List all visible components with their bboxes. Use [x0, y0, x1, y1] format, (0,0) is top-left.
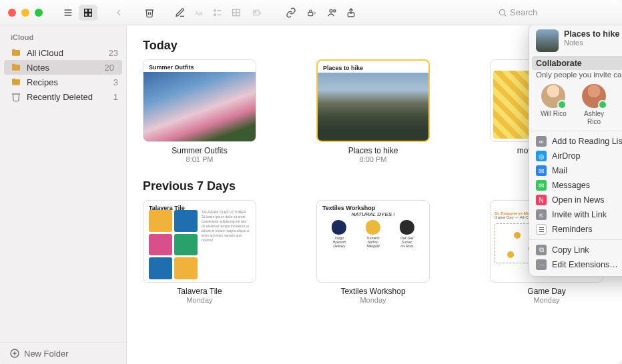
zoom-button[interactable] — [35, 9, 43, 17]
table-button[interactable] — [227, 5, 246, 21]
svg-line-22 — [505, 14, 507, 16]
airdrop-icon: ◎ — [536, 151, 547, 161]
close-button[interactable] — [8, 9, 16, 17]
sidebar-item-all-icloud[interactable]: All iCloud 23 — [0, 45, 126, 60]
plus-circle-icon — [9, 348, 20, 359]
svg-point-10 — [214, 14, 216, 16]
share-permission-row[interactable]: Only people you invite can edit › — [529, 70, 622, 83]
share-action-mail[interactable]: ✉Mail — [529, 163, 622, 178]
new-folder-label: New Folder — [24, 349, 68, 359]
search-placeholder: Search — [510, 7, 537, 17]
share-action-invite-link[interactable]: ⎋Invite with Link — [529, 207, 622, 222]
minimize-button[interactable] — [21, 9, 29, 17]
sidebar-item-count: 3 — [113, 77, 118, 87]
back-button[interactable] — [109, 5, 128, 21]
note-time: 8:01 PM — [186, 155, 214, 163]
sidebar-item-label: Notes — [27, 63, 49, 73]
share-subtitle: Notes — [564, 39, 619, 47]
share-person[interactable]: AshleyRico — [575, 84, 613, 125]
note-card[interactable]: Talavera Tile TALAVERA TILES OCTOBER 21 … — [143, 200, 256, 304]
notes-grid: Today Summer Outfits Summer Outfits 8:01… — [127, 25, 622, 364]
note-title: Summer Outfits — [172, 146, 227, 155]
svg-point-8 — [214, 9, 216, 11]
svg-rect-17 — [308, 12, 313, 15]
note-time: Monday — [360, 296, 386, 304]
note-card[interactable]: Summer Outfits Summer Outfits 8:01 PM — [143, 59, 256, 163]
list-view-button[interactable] — [59, 5, 77, 21]
sidebar-item-count: 20 — [105, 63, 114, 73]
extensions-icon: ⋯ — [536, 259, 547, 270]
share-thumbnail — [536, 29, 559, 52]
svg-point-16 — [255, 11, 256, 13]
media-button[interactable] — [246, 5, 270, 21]
format-button[interactable]: Aa — [190, 5, 208, 21]
share-person[interactable]: Will Rico — [535, 84, 572, 125]
link-button[interactable] — [282, 5, 300, 21]
sidebar-item-label: Recently Deleted — [27, 92, 93, 102]
reading-list-icon: ∞ — [536, 136, 547, 147]
note-thumbnail: Textiles Workshop NATURAL DYES ! IndigoH… — [316, 200, 430, 283]
link-icon: ⎋ — [536, 209, 547, 220]
sidebar-item-recipes[interactable]: Recipes 3 — [0, 75, 126, 89]
note-card[interactable]: Places to hike Places to hike 8:00 PM — [316, 59, 430, 163]
folder-icon — [11, 77, 21, 87]
view-mode-group — [59, 5, 97, 21]
note-thumb-title: Textiles Workshop — [317, 201, 380, 213]
app-window: Aa Search iCloud All iCloud 23 Notes 20 — [0, 0, 622, 364]
sidebar-account-header: iCloud — [0, 32, 126, 45]
gallery-view-button[interactable] — [79, 5, 97, 21]
share-permission-label: Only people you invite can edit — [536, 71, 622, 79]
share-action-reminders[interactable]: ☰Reminders — [529, 222, 622, 237]
note-thumb-title: Summer Outfits — [143, 60, 256, 72]
news-icon: N — [536, 195, 547, 205]
new-folder-button[interactable]: New Folder — [0, 342, 126, 364]
share-button[interactable] — [342, 5, 360, 21]
copy-link-icon: ⧉ — [536, 245, 547, 255]
avatar — [582, 84, 606, 108]
note-title: Textiles Workshop — [340, 287, 405, 296]
share-actions: ∞Add to Reading List ◎AirDrop ✉Mail ✉Mes… — [529, 131, 622, 240]
note-thumbnail: Talavera Tile TALAVERA TILES OCTOBER 21 … — [143, 200, 256, 283]
share-people: Will Rico AshleyRico RicoFamily — [529, 83, 622, 131]
svg-point-21 — [499, 9, 505, 15]
note-title: Talavera Tile — [177, 287, 222, 296]
thumb-text: TALAVERA TILES OCTOBER 21 lorem ipsum do… — [202, 210, 250, 279]
search-icon — [498, 8, 507, 17]
sidebar-item-count: 1 — [113, 92, 118, 102]
note-thumb-title: Talavera Tile — [143, 201, 190, 213]
note-title: Places to hike — [348, 146, 398, 155]
svg-rect-3 — [85, 9, 88, 12]
share-action-airdrop[interactable]: ◎AirDrop — [529, 149, 622, 163]
checklist-button[interactable] — [208, 5, 227, 21]
note-card[interactable]: Textiles Workshop NATURAL DYES ! IndigoH… — [316, 200, 430, 304]
sidebar-item-count: 23 — [109, 48, 118, 58]
share-action-messages[interactable]: ✉Messages — [529, 178, 622, 193]
sidebar-item-recently-deleted[interactable]: Recently Deleted 1 — [0, 89, 126, 104]
compose-button[interactable] — [171, 5, 190, 21]
messages-badge-icon — [557, 100, 567, 109]
share-action-news[interactable]: NOpen in News — [529, 193, 622, 207]
search-field[interactable]: Search — [494, 5, 614, 21]
share-popover: Places to hike Notes Collaborate ⌃⌄ Only… — [529, 25, 622, 277]
sidebar: iCloud All iCloud 23 Notes 20 Recipes 3 … — [0, 25, 127, 364]
folder-icon — [11, 47, 21, 58]
share-person[interactable]: RicoFamily — [616, 84, 622, 125]
share-footer: ⧉Copy Link ⋯Edit Extensions… — [529, 240, 622, 276]
share-action-reading-list[interactable]: ∞Add to Reading List — [529, 134, 622, 149]
collaborate-button[interactable] — [323, 5, 342, 21]
share-edit-extensions[interactable]: ⋯Edit Extensions… — [529, 257, 622, 272]
share-copy-link[interactable]: ⧉Copy Link — [529, 243, 622, 257]
note-time: 8:00 PM — [360, 155, 387, 163]
share-mode-select[interactable]: Collaborate ⌃⌄ — [532, 56, 622, 70]
avatar — [541, 84, 565, 108]
sidebar-item-label: Recipes — [27, 77, 58, 87]
share-title: Places to hike — [564, 29, 619, 39]
sidebar-item-notes[interactable]: Notes 20 — [4, 60, 122, 75]
lock-button[interactable] — [300, 5, 323, 21]
delete-button[interactable] — [140, 5, 159, 21]
svg-point-19 — [334, 9, 336, 11]
svg-rect-4 — [89, 9, 92, 12]
trash-icon — [11, 91, 21, 102]
window-controls — [8, 9, 43, 17]
share-mode-label: Collaborate — [536, 59, 582, 68]
